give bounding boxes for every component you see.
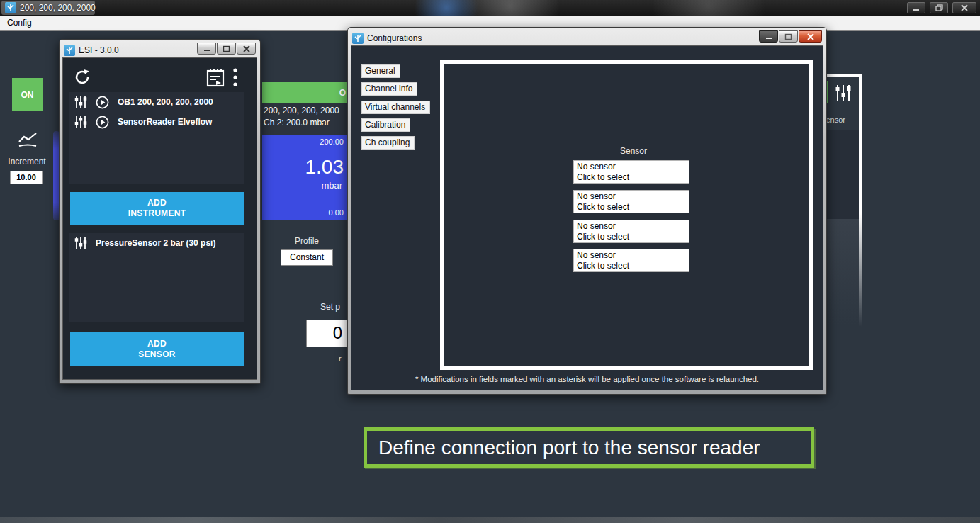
set-pressure-input[interactable]: 0	[306, 320, 347, 347]
configurations-window: Configurations General Channel info Virt…	[347, 27, 827, 395]
config-window-body: General Channel info Virtual channels Ca…	[351, 45, 823, 390]
instrument-row[interactable]: SensorReader Elveflow	[69, 112, 244, 132]
line-chart-icon[interactable]	[17, 130, 38, 150]
profile-label: Profile	[262, 236, 351, 246]
restore-button[interactable]	[930, 2, 948, 13]
play-icon[interactable]	[96, 116, 109, 129]
config-footer-note: * Modifications in fields marked with an…	[351, 375, 823, 383]
esi-maximize-button[interactable]	[217, 43, 236, 55]
main-window-titlebar: 200, 200, 200, 2000	[0, 0, 980, 16]
add-sensor-button[interactable]: ADD SENSOR	[70, 332, 244, 366]
sensor-section-label: Sensor	[620, 146, 647, 156]
esi-close-button[interactable]	[237, 43, 256, 55]
refresh-icon[interactable]	[73, 68, 91, 86]
sensor-slot-line1: No sensor	[577, 221, 689, 232]
esi-window-title: ESI - 3.0.0	[79, 45, 119, 55]
add-instrument-label-line2: INSTRUMENT	[128, 208, 186, 219]
config-maximize-button[interactable]	[779, 30, 798, 43]
sensor-slot-4[interactable]: No sensor Click to select	[573, 249, 689, 272]
sensor-slot-2[interactable]: No sensor Click to select	[573, 190, 689, 213]
esi-app-icon	[64, 45, 75, 56]
menu-item-config[interactable]: Config	[7, 18, 32, 28]
annotation-caption-text: Define connection port to the sensor rea…	[378, 437, 760, 459]
channel-min-value: 0.00	[329, 208, 344, 217]
taskbar-strip	[0, 517, 980, 523]
sensor-slot-3[interactable]: No sensor Click to select	[573, 220, 689, 243]
sliders-icon	[74, 236, 87, 250]
channel-header-range: Ch 2: 200.0 mbar	[264, 117, 348, 129]
esi-window: ESI - 3.0.0 OB1 200, 200, 200, 2000	[59, 39, 261, 384]
add-instrument-button[interactable]: ADD INSTRUMENT	[70, 192, 244, 225]
instrument-row[interactable]: OB1 200, 200, 200, 2000	[69, 92, 244, 112]
config-minimize-button[interactable]	[759, 30, 778, 43]
kebab-menu-icon[interactable]	[232, 67, 238, 87]
sensor-row[interactable]: PressureSensor 2 bar (30 psi)	[69, 233, 244, 253]
instrument-name: OB1 200, 200, 200, 2000	[118, 97, 213, 107]
sliders-icon	[74, 95, 87, 109]
sensor-slot-1[interactable]: No sensor Click to select	[573, 160, 689, 184]
sensor-list-panel: PressureSensor 2 bar (30 psi)	[69, 233, 244, 322]
esi-minimize-button[interactable]	[197, 43, 216, 55]
sliders-icon	[74, 115, 87, 129]
sensor-slot-line2: Click to select	[577, 232, 689, 242]
channel-max-value: 200.00	[320, 137, 344, 146]
sensor-slot-line2: Click to select	[577, 172, 689, 183]
play-icon[interactable]	[96, 96, 109, 109]
add-instrument-label-line1: ADD	[147, 198, 167, 208]
set-pressure-unit: r	[339, 354, 342, 363]
sensor-slot-line1: No sensor	[577, 162, 689, 172]
minimize-button[interactable]	[907, 2, 925, 13]
channel-current-value: 1.03	[305, 156, 344, 179]
channel-header-name: 200, 200, 200, 2000	[264, 105, 348, 117]
sliders-icon	[835, 84, 852, 102]
tab-general[interactable]: General	[361, 64, 400, 78]
main-window-title: 200, 200, 200, 2000	[20, 3, 96, 13]
increment-label: Increment	[0, 157, 54, 167]
config-window-title: Configurations	[367, 33, 422, 43]
channel-unit: mbar	[321, 180, 342, 191]
channel-on-bar-partial-label: O	[339, 88, 346, 98]
channel-on-bar[interactable]: O	[262, 82, 348, 103]
tab-ch-coupling[interactable]: Ch coupling	[361, 136, 415, 150]
sensor-slot-line2: Click to select	[577, 261, 689, 271]
tab-virtual-channels[interactable]: Virtual channels	[361, 101, 430, 114]
esi-titlebar[interactable]: ESI - 3.0.0	[62, 43, 257, 57]
background-frame-right	[859, 74, 862, 327]
tab-channel-info[interactable]: Channel info	[361, 82, 417, 96]
config-content-frame: Sensor No sensor Click to select No sens…	[440, 60, 813, 370]
profile-dropdown[interactable]: Constant	[281, 249, 333, 266]
instrument-name: SensorReader Elveflow	[118, 117, 212, 127]
config-close-button[interactable]	[799, 30, 822, 43]
sensor-slot-line2: Click to select	[577, 202, 689, 213]
esi-window-body: OB1 200, 200, 200, 2000 SensorReader Elv…	[62, 57, 257, 380]
sensor-slot-line1: No sensor	[577, 250, 689, 261]
elveflow-app-icon	[5, 2, 16, 13]
annotation-caption: Define connection port to the sensor rea…	[364, 427, 814, 468]
config-app-icon	[352, 33, 364, 44]
config-titlebar[interactable]: Configurations	[351, 30, 823, 45]
channel-pressure-display[interactable]: 200.00 1.03 mbar 0.00	[262, 135, 348, 220]
on-button[interactable]: ON	[12, 78, 43, 111]
add-sensor-label-line2: SENSOR	[138, 349, 175, 360]
increment-input[interactable]: 10.00	[10, 171, 43, 184]
log-notepad-icon[interactable]	[205, 67, 225, 88]
add-sensor-label-line1: ADD	[147, 339, 167, 349]
instrument-list-panel: OB1 200, 200, 200, 2000 SensorReader Elv…	[69, 92, 244, 184]
sensor-slot-line1: No sensor	[577, 191, 689, 202]
tab-calibration[interactable]: Calibration	[361, 118, 410, 132]
sensor-name: PressureSensor 2 bar (30 psi)	[96, 238, 215, 248]
close-button[interactable]	[952, 2, 976, 13]
channel-header: 200, 200, 200, 2000 Ch 2: 200.0 mbar	[262, 103, 348, 135]
set-pressure-label: Set p	[320, 302, 349, 312]
